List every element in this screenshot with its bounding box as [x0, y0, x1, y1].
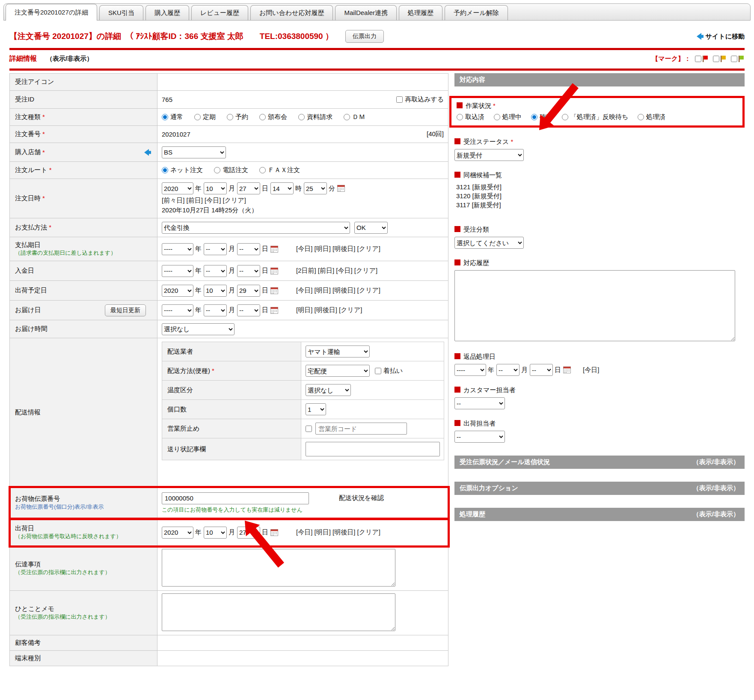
shortest-date-button[interactable]: 最短日更新 [105, 304, 146, 316]
return-year-select[interactable]: ---- [454, 364, 486, 376]
office-code-input[interactable] [315, 423, 407, 435]
deposit-date-shortcuts[interactable]: [2日前] [前日] [今日] [クリア] [296, 267, 377, 275]
order-year-select[interactable]: 2020 [162, 182, 193, 194]
return-date-shortcuts[interactable]: [今日] [583, 366, 599, 374]
delivery-month-select[interactable]: -- [204, 304, 227, 316]
customer-rep-select[interactable]: -- [454, 397, 505, 409]
invoice-note-input[interactable] [306, 442, 440, 456]
order-hour-select[interactable]: 14 [270, 182, 294, 194]
payment-due-day-select[interactable]: -- [237, 243, 260, 255]
work-status-imported-radio[interactable] [457, 114, 463, 120]
memo-textarea[interactable] [162, 593, 395, 631]
order-type-shiryo-radio[interactable] [298, 114, 305, 120]
calendar-icon[interactable] [270, 307, 278, 314]
deposit-year-select[interactable]: ---- [162, 265, 193, 277]
instructions-textarea[interactable] [162, 549, 395, 587]
return-day-select[interactable]: -- [530, 364, 553, 376]
ship-month-select[interactable]: 10 [204, 527, 227, 539]
go-to-site-link[interactable]: サイトに移動 [696, 33, 745, 41]
order-day-select[interactable]: 27 [237, 182, 260, 194]
work-status-awaiting-radio[interactable] [562, 114, 568, 120]
work-status-confirmed-radio[interactable] [531, 114, 537, 120]
return-month-select[interactable]: -- [496, 364, 519, 376]
ship-year-select[interactable]: 2020 [162, 527, 193, 539]
ship-plan-day-select[interactable]: 29 [237, 285, 260, 297]
toggle-link[interactable]: （表示/非表示） [693, 510, 739, 518]
work-status-processing-radio[interactable] [494, 114, 500, 120]
tab-review-history[interactable]: レビュー履歴 [191, 5, 248, 20]
ship-plan-shortcuts[interactable]: [今日] [明日] [明後日] [クリア] [296, 286, 380, 295]
reimport-checkbox[interactable] [396, 96, 403, 103]
payment-method-select[interactable]: 代金引換 [162, 222, 350, 234]
delivery-day-select[interactable]: -- [237, 304, 260, 316]
order-type-hanpukai-radio[interactable] [259, 114, 266, 120]
tab-inquiry-history[interactable]: お問い合わせ応対履歴 [250, 5, 333, 20]
order-status-select[interactable]: 新規受付 [454, 149, 524, 161]
delivery-method-select[interactable]: 宅配便 [306, 365, 370, 377]
ship-day-select[interactable]: 27 [237, 527, 260, 539]
tab-process-history[interactable]: 処理履歴 [399, 5, 442, 20]
tab-purchase-history[interactable]: 購入履歴 [145, 5, 189, 20]
order-date-shortcuts[interactable]: [前々日] [前日] [今日] [クリア] [162, 197, 246, 204]
order-type-dm-radio[interactable] [344, 114, 350, 120]
payment-due-month-select[interactable]: -- [204, 243, 227, 255]
mark-green-checkbox[interactable] [731, 56, 737, 62]
order-class-select[interactable]: 選択してください [454, 237, 524, 249]
route-net-radio[interactable] [162, 167, 168, 173]
package-count-select[interactable]: 1 [306, 403, 326, 415]
order-minute-select[interactable]: 25 [304, 182, 327, 194]
order-type-teiki-radio[interactable] [194, 114, 201, 120]
bundle-item[interactable]: 3120 [新規受付] [456, 191, 745, 200]
temp-zone-select[interactable]: 選択なし [306, 384, 351, 396]
calendar-icon[interactable] [270, 287, 278, 294]
carrier-select[interactable]: ヤマト運輸 [306, 346, 370, 357]
tab-order-detail[interactable]: 注文番号20201027の詳細 [6, 4, 97, 21]
tracking-toggle-link[interactable]: お荷物伝票番号(個口分)表示/非表示 [15, 503, 152, 511]
detail-info-toggle[interactable]: （表示/非表示） [46, 55, 93, 63]
order-type-normal-radio[interactable] [162, 114, 168, 120]
ship-rep-select[interactable]: -- [454, 431, 505, 443]
slip-mail-status-bar[interactable]: 受注伝票状況／メール送信状況 （表示/非表示） [454, 456, 745, 469]
order-month-select[interactable]: 10 [204, 182, 227, 194]
process-history-bar[interactable]: 処理履歴 （表示/非表示） [454, 508, 745, 521]
toggle-link[interactable]: （表示/非表示） [693, 484, 739, 492]
ship-plan-month-select[interactable]: 10 [204, 285, 227, 297]
tab-sku[interactable]: SKU引当 [99, 5, 143, 20]
slip-output-options-bar[interactable]: 伝票出力オプション （表示/非表示） [454, 482, 745, 495]
mark-red-checkbox[interactable] [695, 56, 701, 62]
device-type-value [157, 651, 448, 666]
history-textarea[interactable] [454, 270, 735, 341]
check-delivery-status-link[interactable]: 配送状況を確認 [339, 494, 384, 502]
delivery-year-select[interactable]: ---- [162, 304, 193, 316]
route-tel-radio[interactable] [214, 167, 220, 173]
bundle-item[interactable]: 3121 [新規受付] [456, 182, 745, 191]
payment-status-select[interactable]: OK [354, 222, 388, 234]
calendar-icon[interactable] [270, 529, 278, 536]
cod-checkbox[interactable] [375, 368, 381, 374]
calendar-icon[interactable] [337, 185, 345, 192]
slip-output-button[interactable]: 伝票出力 [345, 30, 384, 43]
bundle-item[interactable]: 3117 [新規受付] [456, 200, 745, 209]
ship-date-shortcuts[interactable]: [今日] [明日] [明後日] [クリア] [296, 528, 380, 536]
office-hold-checkbox[interactable] [306, 426, 312, 432]
megaphone-icon[interactable] [143, 149, 152, 156]
toggle-link[interactable]: （表示/非表示） [693, 458, 739, 466]
calendar-icon[interactable] [270, 246, 278, 253]
calendar-icon[interactable] [563, 366, 571, 373]
tab-reserve-mail[interactable]: 予約メール解除 [445, 5, 508, 20]
shop-select[interactable]: BS [162, 146, 226, 158]
calendar-icon[interactable] [270, 268, 278, 274]
tracking-no-input[interactable] [162, 492, 309, 504]
route-fax-radio[interactable] [259, 167, 266, 173]
work-status-processed-radio[interactable] [638, 114, 644, 120]
ship-plan-year-select[interactable]: 2020 [162, 285, 193, 297]
payment-due-year-select[interactable]: ---- [162, 243, 193, 255]
mark-yellow-checkbox[interactable] [713, 56, 719, 62]
delivery-date-shortcuts[interactable]: [明日] [明後日] [クリア] [296, 306, 362, 314]
delivery-time-select[interactable]: 選択なし [162, 323, 235, 335]
order-type-yoyaku-radio[interactable] [227, 114, 233, 120]
deposit-day-select[interactable]: -- [237, 265, 260, 277]
payment-due-shortcuts[interactable]: [今日] [明日] [明後日] [クリア] [296, 245, 380, 253]
tab-maildealer[interactable]: MailDealer連携 [335, 5, 397, 20]
deposit-month-select[interactable]: -- [204, 265, 227, 277]
